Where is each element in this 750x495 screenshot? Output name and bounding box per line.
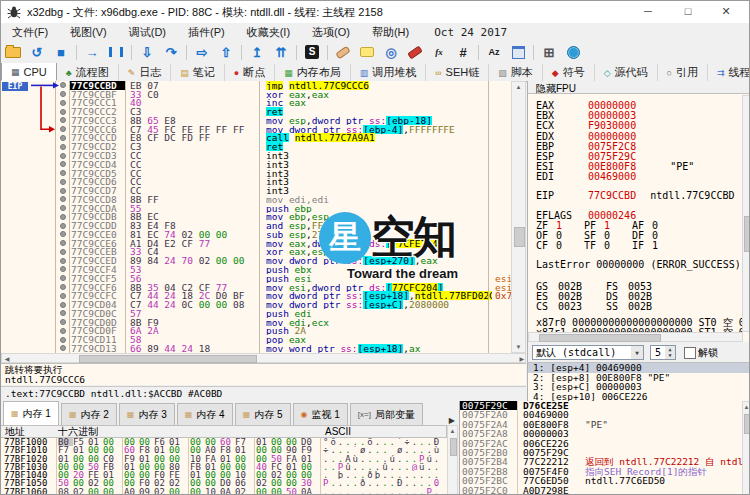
stepper-arrows-icon[interactable]: ▲▼	[665, 346, 675, 359]
stack-value[interactable]: A0D7298E	[517, 486, 579, 495]
dump-tab-局部变量[interactable]: [x=]局部变量	[350, 403, 423, 425]
calculator-icon[interactable]: ⊞	[538, 43, 560, 61]
dump-row[interactable]: 77BF106008020000A009020000100A020000500A…	[1, 488, 447, 495]
execute-till-return-icon[interactable]: ↥	[246, 43, 268, 61]
stack-row[interactable]: 0075F2C0A0D7298E	[460, 486, 750, 495]
run-icon[interactable]: →	[81, 43, 103, 61]
tab-断点[interactable]: ●断点	[225, 64, 275, 81]
tab-SEH链[interactable]: ∞SEH链	[426, 64, 489, 81]
step-into-icon[interactable]: ⇩	[136, 43, 158, 61]
hex-byte[interactable]: 00	[271, 488, 286, 495]
disasm-row[interactable]: 77C9CD1366 89 44 24 18mov word ptr ss:[e…	[1, 344, 511, 353]
argument-row[interactable]: 4: [esp+10] 006CE226	[528, 392, 750, 402]
disasm-vscrollbar[interactable]: ▲ ▼	[511, 81, 526, 353]
menu-item[interactable]: 视图(V)	[59, 25, 118, 40]
register-row[interactable]: EIP77C9CCBDntdll.77C9CCBD	[536, 191, 743, 201]
register-row[interactable]: ESP0075F29C	[536, 152, 743, 162]
hex-byte[interactable]: 02	[73, 488, 88, 495]
tab-日志[interactable]: ✎日志	[119, 64, 172, 81]
step-out-icon[interactable]: ⇧	[215, 43, 237, 61]
hex-dump-table[interactable]: 77BF1000B0F501000000F601000060F7010000D0…	[1, 438, 447, 495]
dump-tab-内存 2[interactable]: ▦内存 2	[61, 403, 117, 425]
hex-byte[interactable]: 00	[256, 488, 271, 495]
menu-item[interactable]: 帮助(H)	[361, 25, 420, 40]
disassembly-panel[interactable]: EIP 77C9CCBDEB 07jmp ntdll.77C9CCC677C9C…	[1, 81, 512, 353]
chevron-down-icon[interactable]: ▼	[631, 346, 643, 359]
tab-符号[interactable]: ◆符号	[543, 64, 595, 81]
tab-引用[interactable]: ○引用	[658, 64, 708, 81]
maximize-button[interactable]: □	[673, 1, 703, 22]
hex-byte[interactable]: 00	[88, 488, 103, 495]
tab-overflow-arrow-icon[interactable]: ▶	[445, 416, 459, 425]
register-row[interactable]: EBX00000003	[536, 111, 743, 121]
last-error-row[interactable]: LastError 00000000 (ERROR_SUCCESS)	[536, 260, 743, 270]
hex-byte[interactable]: 00	[190, 488, 205, 495]
minimize-button[interactable]: ─	[633, 1, 663, 22]
highlight-icon[interactable]	[404, 43, 426, 61]
hex-byte[interactable]: 02	[154, 488, 169, 495]
hex-byte[interactable]: 0A	[301, 488, 316, 495]
menu-item[interactable]: 插件(P)	[177, 25, 236, 40]
comment-icon[interactable]	[356, 43, 378, 61]
register-row[interactable]: EBP0075F2C8	[536, 142, 743, 152]
patch-icon[interactable]	[332, 43, 354, 61]
registers-hscrollbar[interactable]	[528, 332, 743, 342]
register-row[interactable]: ESI00E800F8"PE"	[536, 162, 743, 172]
close-button[interactable]: ✕	[711, 1, 741, 22]
dump-tab-内存 4[interactable]: ▦内存 4	[177, 403, 233, 425]
tab-流程图[interactable]: ♣流程图	[57, 64, 119, 81]
menu-item[interactable]: 文件(F)	[1, 25, 59, 40]
register-row[interactable]: CF0TF0IF1	[536, 241, 743, 251]
hex-byte[interactable]: 0A	[220, 488, 235, 495]
flag-value[interactable]: 0	[556, 241, 584, 251]
tab-笔记[interactable]: ▤笔记	[171, 64, 225, 81]
register-value[interactable]: 77C9CCBD	[588, 190, 636, 201]
segment-value[interactable]: 002B	[628, 302, 676, 312]
hex-byte[interactable]: 09	[139, 488, 154, 495]
registers-vscrollbar[interactable]	[742, 95, 750, 332]
tab-脚本[interactable]: ▧脚本	[489, 64, 543, 81]
step-over-icon[interactable]: ↷	[160, 43, 182, 61]
open-file-icon[interactable]	[2, 43, 24, 61]
flag-value[interactable]: 0	[604, 241, 632, 251]
register-value[interactable]: 00469000	[588, 171, 636, 182]
menu-item[interactable]: 收藏夹(I)	[236, 25, 301, 40]
stack-vscrollbar[interactable]: ▲	[742, 401, 750, 495]
hex-byte[interactable]: 50	[286, 488, 301, 495]
register-row[interactable]: EAX00000000	[536, 101, 743, 111]
bookmark-icon[interactable]: ◎	[380, 43, 402, 61]
tab-源代码[interactable]: ◇源代码	[595, 64, 658, 81]
flag-value[interactable]: 1	[652, 241, 680, 251]
hash-icon[interactable]: #	[452, 43, 474, 61]
argument-count-stepper[interactable]: 5▲▼	[650, 345, 676, 360]
report-icon[interactable]	[507, 43, 529, 61]
restart-icon[interactable]: ↺	[26, 43, 48, 61]
attach-icon[interactable]: ⇈	[270, 43, 292, 61]
register-row[interactable]: ECXF9030000	[536, 121, 743, 131]
register-row[interactable]: EDX00000000	[536, 132, 743, 142]
register-row[interactable]: CS0023SS002B	[536, 302, 743, 312]
disasm-hscrollbar[interactable]: ◀ ▶	[1, 353, 526, 363]
hex-byte[interactable]: 08	[58, 488, 73, 495]
tab-调用堆栈[interactable]: ▥调用堆栈	[351, 64, 427, 81]
register-row[interactable]: EDI00469000	[536, 172, 743, 182]
hex-byte[interactable]: 00	[169, 488, 184, 495]
dump-tab-内存 1[interactable]: ▦内存 1	[3, 401, 59, 425]
dump-vscrollbar[interactable]: ▲	[447, 425, 458, 495]
assemble-fx-icon[interactable]: fx	[428, 43, 450, 61]
menu-item[interactable]: 调试(D)	[118, 25, 177, 40]
dump-tab-内存 5[interactable]: ▦内存 5	[235, 403, 291, 425]
stop-icon[interactable]: ■	[50, 43, 72, 61]
dump-tab-内存 3[interactable]: ▦内存 3	[119, 403, 175, 425]
segment-value[interactable]: 0023	[558, 302, 606, 312]
az-icon[interactable]: Az	[483, 43, 505, 61]
menu-item[interactable]: 选项(O)	[301, 25, 361, 40]
hide-fpu-button[interactable]: 隐藏FPU	[528, 81, 750, 94]
globe-icon[interactable]	[562, 43, 584, 61]
pause-icon[interactable]	[105, 43, 127, 61]
run-to-user-code-icon[interactable]: ⇨	[191, 43, 213, 61]
calling-convention-dropdown[interactable]: 默认 (stdcall)▼	[532, 345, 644, 360]
unlock-checkbox[interactable]	[684, 347, 696, 359]
hex-byte[interactable]: A0	[124, 488, 139, 495]
hex-byte[interactable]: 10	[205, 488, 220, 495]
